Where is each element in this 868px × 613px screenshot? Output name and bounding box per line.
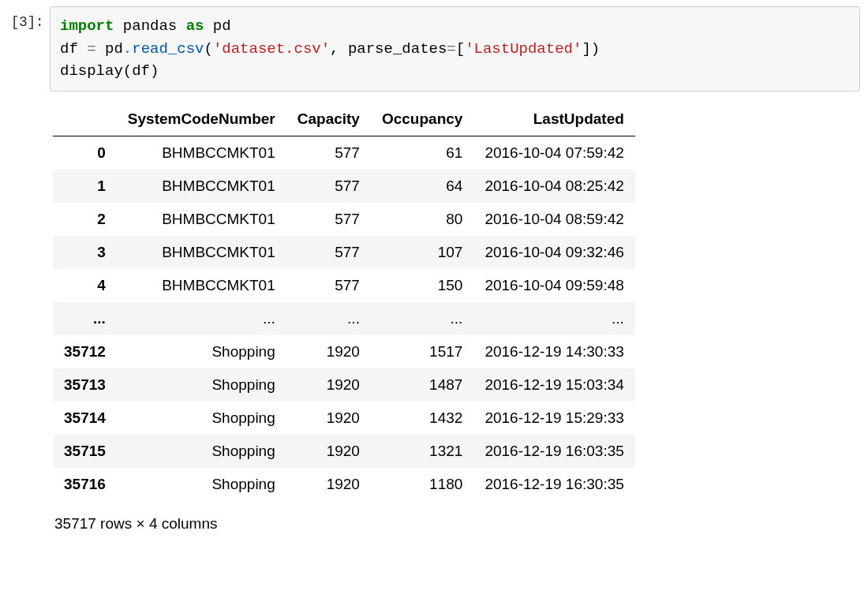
code-token: =: [87, 40, 95, 58]
cell: 2016-12-19 15:29:33: [473, 402, 634, 435]
cell: Shopping: [117, 335, 286, 368]
table-row: 35712Shopping192015172016-12-19 14:30:33: [53, 335, 635, 368]
code-token: 'dataset.csv': [213, 40, 330, 58]
table-header: SystemCodeNumber Capacity Occupancy Last…: [53, 103, 635, 136]
code-token: [: [456, 40, 465, 58]
cell: 2016-10-04 08:25:42: [473, 170, 634, 203]
dataframe-shape-caption: 35717 rows × 4 columns: [50, 501, 860, 533]
row-index: 35714: [53, 402, 117, 435]
row-index: 35716: [53, 468, 117, 501]
cell: ...: [117, 302, 286, 335]
cell: BHMBCCMKT01: [117, 203, 286, 236]
cell: Shopping: [117, 368, 286, 402]
table-row: 35716Shopping192011802016-12-19 16:30:35: [53, 468, 635, 501]
code-token: =: [447, 40, 455, 58]
cell-body: import pandas as pd df = pd.read_csv('da…: [50, 6, 860, 533]
cell: 150: [371, 269, 473, 302]
code-token: ): [591, 40, 600, 58]
row-index: 0: [53, 136, 117, 170]
cell: 107: [371, 236, 473, 269]
cell: 1920: [286, 468, 371, 501]
code-token: ]: [582, 40, 590, 58]
col-header: Capacity: [286, 103, 371, 136]
cell: ...: [473, 302, 634, 335]
table-row: 1BHMBCCMKT01577642016-10-04 08:25:42: [53, 170, 635, 203]
notebook-cell: [3]: import pandas as pd df = pd.read_cs…: [0, 0, 868, 533]
cell: 577: [286, 269, 371, 302]
cell: 80: [371, 203, 473, 236]
row-index: 1: [53, 170, 117, 203]
row-index: 35712: [53, 335, 117, 368]
input-prompt: [3]:: [0, 6, 50, 30]
cell: 2016-10-04 08:59:42: [473, 203, 634, 236]
code-token: .: [123, 40, 132, 58]
table-row: ...............: [53, 302, 635, 335]
table-row: 2BHMBCCMKT01577802016-10-04 08:59:42: [53, 203, 635, 236]
code-token: as: [186, 17, 204, 35]
row-index: 4: [53, 269, 117, 302]
cell: 1321: [371, 435, 473, 468]
table-body: 0BHMBCCMKT01577612016-10-04 07:59:421BHM…: [53, 136, 635, 501]
row-index: ...: [53, 302, 117, 335]
index-header: [53, 103, 117, 136]
cell: 2016-12-19 14:30:33: [473, 335, 634, 368]
table-row: 4BHMBCCMKT015771502016-10-04 09:59:48: [53, 269, 635, 302]
code-token: pd: [204, 17, 230, 35]
cell: 1517: [371, 335, 473, 368]
code-token: display(df): [60, 62, 159, 80]
row-index: 35715: [53, 435, 117, 468]
cell: 1920: [286, 368, 371, 402]
cell: 2016-12-19 16:30:35: [473, 468, 634, 501]
cell: 2016-10-04 09:59:48: [473, 269, 634, 302]
code-token: pandas: [114, 17, 185, 35]
cell: 1920: [286, 435, 371, 468]
row-index: 2: [53, 203, 117, 236]
cell: 2016-10-04 09:32:46: [473, 236, 634, 269]
cell: ...: [371, 302, 473, 335]
cell: 64: [371, 170, 473, 203]
cell: 61: [371, 136, 473, 170]
code-token: (: [204, 40, 212, 58]
row-index: 35713: [53, 368, 117, 402]
cell: 1432: [371, 402, 473, 435]
table-row: 0BHMBCCMKT01577612016-10-04 07:59:42: [53, 136, 635, 170]
table-row: 35713Shopping192014872016-12-19 15:03:34: [53, 368, 635, 402]
table-row: 35715Shopping192013212016-12-19 16:03:35: [53, 435, 635, 468]
col-header: Occupancy: [371, 103, 473, 136]
cell: 1180: [371, 468, 473, 501]
row-index: 3: [53, 236, 117, 269]
code-token: , parse_dates: [330, 40, 447, 58]
code-token: 'LastUpdated': [465, 40, 582, 58]
code-token: read_csv: [132, 40, 204, 58]
table-row: 35714Shopping192014322016-12-19 15:29:33: [53, 402, 635, 435]
cell: 2016-12-19 15:03:34: [473, 368, 634, 402]
cell: Shopping: [117, 402, 286, 435]
output-area: SystemCodeNumber Capacity Occupancy Last…: [50, 92, 860, 533]
cell: BHMBCCMKT01: [117, 236, 286, 269]
cell: 577: [286, 136, 371, 170]
cell: 2016-12-19 16:03:35: [473, 435, 634, 468]
cell: BHMBCCMKT01: [117, 136, 286, 170]
cell: 1487: [371, 368, 473, 402]
table-row: 3BHMBCCMKT015771072016-10-04 09:32:46: [53, 236, 635, 269]
cell: BHMBCCMKT01: [117, 269, 286, 302]
cell: Shopping: [117, 468, 286, 501]
code-token: import: [60, 17, 114, 35]
col-header: SystemCodeNumber: [117, 103, 286, 136]
code-input[interactable]: import pandas as pd df = pd.read_csv('da…: [50, 6, 860, 92]
cell: 1920: [286, 335, 371, 368]
cell: 577: [286, 170, 371, 203]
cell: 577: [286, 236, 371, 269]
code-token: pd: [96, 40, 123, 58]
cell: ...: [286, 302, 371, 335]
code-token: df: [60, 40, 87, 58]
cell: 1920: [286, 402, 371, 435]
cell: Shopping: [117, 435, 286, 468]
col-header: LastUpdated: [473, 103, 634, 136]
cell: 577: [286, 203, 371, 236]
dataframe-table: SystemCodeNumber Capacity Occupancy Last…: [53, 103, 635, 501]
cell: 2016-10-04 07:59:42: [473, 136, 634, 170]
cell: BHMBCCMKT01: [117, 170, 286, 203]
